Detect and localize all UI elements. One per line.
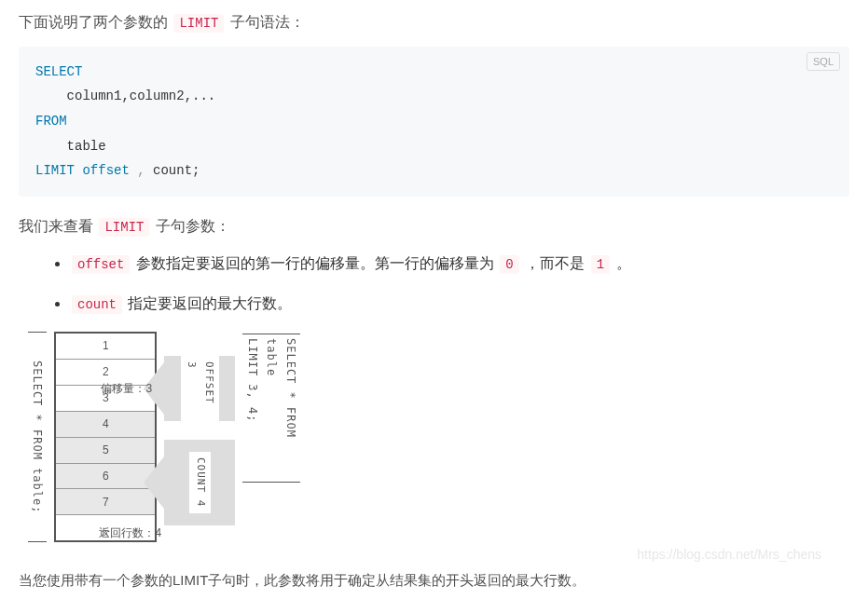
code-block: SQL SELECT column1,column2,... FROM tabl… (19, 47, 849, 197)
intro-suffix: 子句语法： (230, 14, 305, 30)
kw-from: FROM (35, 114, 67, 129)
para2-code: LIMIT (99, 218, 149, 237)
bullet-text: 参数指定要返回的第一行的偏移量。第一行的偏移量为 (136, 255, 498, 271)
diagram-right-sql: SELECT * FROM table LIMIT 3, 4; (242, 334, 299, 483)
bullet-code-offset: offset (72, 255, 130, 274)
offset-label: OFFSET 3 (181, 356, 219, 421)
bullet-code-count: count (72, 295, 122, 314)
list-item: offset 参数指定要返回的第一行的偏移量。第一行的偏移量为 0 ，而不是 1… (70, 251, 849, 277)
watermark: https://blog.csdn.net/Mrs_chens (637, 544, 821, 566)
code-line-table: table (35, 139, 106, 154)
bullet-text: 。 (616, 255, 631, 271)
bullet-code-zero: 0 (500, 255, 518, 274)
diagram-table: 1 2 3 4 5 6 7 ... (54, 332, 157, 542)
bullet-list: offset 参数指定要返回的第一行的偏移量。第一行的偏移量为 0 ，而不是 1… (19, 251, 849, 318)
para2-prefix: 我们来查看 (19, 218, 97, 234)
footer-paragraph: 当您使用带有一个参数的LIMIT子句时，此参数将用于确定从结果集的开头返回的最大… (19, 568, 849, 593)
kw-select: SELECT (35, 64, 82, 79)
intro-paragraph: 下面说明了两个参数的 LIMIT 子句语法： (19, 9, 849, 35)
limit-diagram: SELECT * FROM table; 1 2 3 4 5 6 7 ... 偏… (28, 332, 849, 542)
table-row: 7 (56, 489, 155, 515)
count-label: COUNT 4 (189, 452, 211, 512)
count-cn-label: 返回行数：4 (99, 524, 161, 542)
count-arrow: 返回行数：4 COUNT 4 (164, 440, 235, 525)
kw-offset: offset (82, 163, 129, 178)
para2-suffix: 子句参数： (156, 218, 230, 234)
table-row: 4 (56, 412, 155, 438)
code-content: SELECT column1,column2,... FROM table LI… (35, 60, 833, 184)
code-count: count; (153, 163, 200, 178)
kw-limit: LIMIT (35, 163, 75, 178)
table-row: 6 (56, 464, 155, 490)
offset-arrow: 偏移量：3 OFFSET 3 (164, 356, 235, 421)
intro-code: LIMIT (173, 14, 224, 33)
intro-prefix: 下面说明了两个参数的 (19, 14, 172, 30)
table-row: 5 (56, 438, 155, 464)
params-paragraph: 我们来查看 LIMIT 子句参数： (19, 213, 849, 239)
bullet-code-one: 1 (591, 255, 610, 274)
diagram-arrows: 偏移量：3 OFFSET 3 返回行数：4 COUNT 4 (164, 332, 235, 542)
arrow-spacer (164, 427, 235, 434)
page: 下面说明了两个参数的 LIMIT 子句语法： SQL SELECT column… (19, 9, 849, 593)
bullet-text: 指定要返回的最大行数。 (128, 295, 292, 311)
diagram-right-wrap: SELECT * FROM table LIMIT 3, 4; (242, 332, 299, 542)
table-row: 1 (56, 334, 155, 360)
code-line-columns: column1,column2,... (35, 89, 215, 103)
right-sql-l2: LIMIT 3, 4; (246, 338, 259, 422)
lang-badge: SQL (806, 52, 840, 72)
code-punct: , (130, 163, 153, 178)
list-item: count 指定要返回的最大行数。 (70, 291, 849, 317)
right-sql-l1: SELECT * FROM table (265, 338, 296, 438)
bullet-text: ，而不是 (525, 255, 588, 271)
offset-cn-label: 偏移量：3 (101, 379, 152, 398)
diagram-left-sql: SELECT * FROM table; (28, 332, 47, 542)
